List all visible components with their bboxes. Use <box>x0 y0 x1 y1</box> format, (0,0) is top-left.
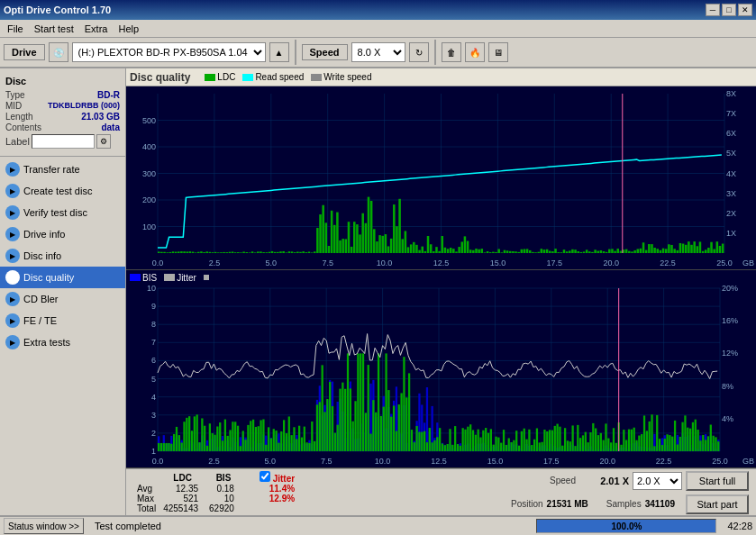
max-ldc: 521 <box>159 494 205 503</box>
max-label: Max <box>133 494 159 503</box>
speed-label-2: Speed <box>550 476 576 485</box>
nav-disc-info[interactable]: ▶ Disc info <box>0 245 125 267</box>
lower-chart-legend-bar: BIS Jitter <box>126 270 756 285</box>
disc-label-row: Label ⚙ <box>5 134 120 149</box>
speed-dropdown-2[interactable]: 2.0 X <box>633 472 682 490</box>
fe-te-icon: ▶ <box>5 313 20 328</box>
drive-label: Drive <box>4 44 45 60</box>
max-bis: 10 <box>205 494 241 503</box>
menu-file[interactable]: File <box>2 22 29 36</box>
avg-jitter: 11.4% <box>256 484 298 494</box>
maximize-button[interactable]: □ <box>722 4 736 16</box>
disc-type-row: Type BD-R <box>5 90 120 100</box>
disc-quality-icon: ▶ <box>5 270 20 285</box>
sidebar: Disc Type BD-R MID TDKBLDRBB (000) Lengt… <box>0 68 126 515</box>
jitter-legend-label: Jitter <box>177 273 196 283</box>
extra-tests-icon: ▶ <box>5 335 20 349</box>
avg-bis: 0.18 <box>205 484 241 494</box>
lower-chart <box>126 285 756 468</box>
drive-dropdown[interactable]: (H:) PLEXTOR BD-R PX-B950SA 1.04 <box>72 42 266 62</box>
read-speed-legend-label: Read speed <box>255 72 304 82</box>
disc-quality-title: Disc quality <box>130 71 190 84</box>
nav-extra-tests[interactable]: ▶ Extra tests <box>0 331 125 353</box>
disc-length-row: Length 21.03 GB <box>5 112 120 122</box>
monitor-icon[interactable]: 🖥 <box>488 42 508 62</box>
jitter-col-header: Jitter <box>256 471 298 484</box>
separator-2 <box>434 40 436 65</box>
bis-legend-color <box>130 274 141 281</box>
total-ldc: 4255143 <box>159 503 205 513</box>
title-bar: Opti Drive Control 1.70 ─ □ ✕ <box>0 0 756 20</box>
verify-test-disc-icon: ▶ <box>5 205 20 220</box>
main-layout: Disc Type BD-R MID TDKBLDRBB (000) Lengt… <box>0 68 756 515</box>
upper-chart <box>126 86 756 270</box>
max-jitter: 12.9% <box>256 494 298 503</box>
nav-create-test-disc[interactable]: ▶ Create test disc <box>0 180 125 202</box>
label-icon[interactable]: ⚙ <box>96 134 111 149</box>
drive-bar: Drive 💿 (H:) PLEXTOR BD-R PX-B950SA 1.04… <box>0 38 756 68</box>
nav-cd-bler[interactable]: ▶ CD Bler <box>0 288 125 310</box>
disc-quality-header: Disc quality LDC Read speed Write speed <box>126 68 756 86</box>
refresh-icon[interactable]: ↻ <box>409 42 429 62</box>
stats-table: LDC BIS Jitter Avg 12.35 0.18 11.4% Max <box>133 471 298 513</box>
jitter-checkbox[interactable] <box>260 471 270 482</box>
app-title: Opti Drive Control 1.70 <box>4 5 111 15</box>
menu-extra[interactable]: Extra <box>79 22 114 36</box>
menu-start-test[interactable]: Start test <box>29 22 79 36</box>
drive-arrow-icon[interactable]: ▲ <box>269 42 289 62</box>
start-full-button[interactable]: Start full <box>686 471 749 491</box>
cd-bler-icon: ▶ <box>5 292 20 306</box>
chart1-legend: LDC Read speed Write speed <box>205 72 371 82</box>
menu-help[interactable]: Help <box>113 22 144 36</box>
nav-fe-te[interactable]: ▶ FE / TE <box>0 310 125 331</box>
speed-section: Speed 2.01 X 2.0 X Start full Position 2… <box>511 471 749 514</box>
status-text: Test completed <box>87 521 533 531</box>
status-window-button[interactable]: Status window >> <box>4 518 84 534</box>
position-row: Position 21531 MB Samples 341109 Start p… <box>511 494 749 514</box>
bis-col-header: BIS <box>205 471 241 484</box>
nav-verify-test-disc[interactable]: ▶ Verify test disc <box>0 202 125 223</box>
disc-contents-row: Contents data <box>5 122 120 132</box>
separator-1 <box>295 40 296 65</box>
close-button[interactable]: ✕ <box>738 4 752 16</box>
write-speed-legend-label: Write speed <box>323 72 371 82</box>
time-display: 42:28 <box>727 521 752 531</box>
disc-mid-row: MID TDKBLDRBB (000) <box>5 101 120 111</box>
lower-chart-canvas <box>126 285 756 467</box>
label-input[interactable] <box>32 134 95 149</box>
window-controls: ─ □ ✕ <box>706 4 752 16</box>
write-speed-legend-color <box>311 74 322 81</box>
nav-drive-info[interactable]: ▶ Drive info <box>0 223 125 245</box>
ldc-legend-color <box>205 74 215 81</box>
drive-info-icon: ▶ <box>5 227 20 241</box>
avg-ldc: 12.35 <box>159 484 205 494</box>
burn-icon[interactable]: 🔥 <box>465 42 485 62</box>
stats-bar: LDC BIS Jitter Avg 12.35 0.18 11.4% Max <box>126 468 756 515</box>
disc-section-title: Disc <box>5 76 120 86</box>
jitter-legend-marker <box>204 275 209 280</box>
transfer-rate-icon: ▶ <box>5 162 20 177</box>
start-part-button[interactable]: Start part <box>686 494 749 514</box>
erase-icon[interactable]: 🗑 <box>442 42 461 62</box>
status-bar: Status window >> Test completed 100.0% 4… <box>0 515 756 535</box>
minimize-button[interactable]: ─ <box>706 4 720 16</box>
samples-value: 341109 <box>645 499 675 509</box>
speed-dropdown[interactable]: 8.0 X <box>351 42 405 62</box>
nav-transfer-rate[interactable]: ▶ Transfer rate <box>0 159 125 180</box>
ldc-legend-label: LDC <box>217 72 235 82</box>
nav-disc-quality[interactable]: ▶ Disc quality <box>0 267 125 288</box>
create-test-disc-icon: ▶ <box>5 184 20 198</box>
disc-info-section: Disc Type BD-R MID TDKBLDRBB (000) Lengt… <box>0 72 125 157</box>
speed-label: Speed <box>302 44 348 60</box>
content-area: Disc quality LDC Read speed Write speed <box>126 68 756 515</box>
avg-label: Avg <box>133 484 159 494</box>
drive-icon: 💿 <box>49 42 68 62</box>
disc-info-icon: ▶ <box>5 249 20 263</box>
menu-bar: File Start test Extra Help <box>0 20 756 38</box>
upper-chart-canvas <box>126 86 756 269</box>
bis-legend-label: BIS <box>142 273 157 283</box>
progress-text: 100.0% <box>537 520 715 532</box>
total-bis: 62920 <box>205 503 241 513</box>
charts-area: BIS Jitter <box>126 86 756 468</box>
progress-bar-container: 100.0% <box>536 519 716 533</box>
